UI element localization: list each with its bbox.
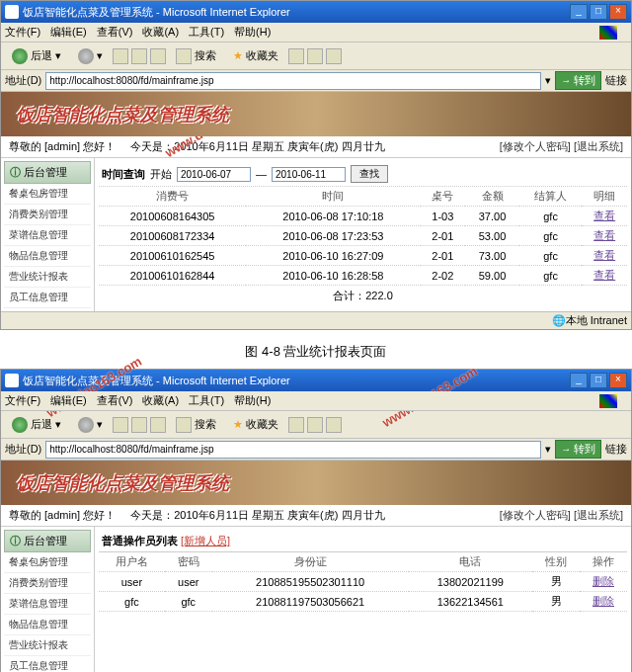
ie-icon <box>5 374 19 387</box>
table-row: 201006101628442010-06-10 16:28:582-0259.… <box>99 266 627 286</box>
sidebar-item-staff[interactable]: 员工信息管理 <box>4 656 91 672</box>
zone-icon: 🌐 <box>552 314 566 327</box>
logout-link[interactable]: [退出系统] <box>574 140 623 152</box>
sidebar-item-tables[interactable]: 餐桌包房管理 <box>4 184 91 205</box>
screenshot-2: www.doc163.com www.doc163.com 饭店智能化点菜及管理… <box>0 369 632 672</box>
print-icon[interactable] <box>326 48 342 64</box>
sidebar-item-tables[interactable]: 餐桌包房管理 <box>4 552 91 573</box>
links-label[interactable]: 链接 <box>605 73 627 88</box>
sidebar-item-menu[interactable]: 菜谱信息管理 <box>4 594 91 615</box>
date-info: 今天是：2010年6月11日 星期五 庚寅年(虎) 四月廿九 <box>116 139 500 154</box>
forward-button[interactable]: ▾ <box>71 45 110 67</box>
address-input[interactable] <box>45 441 541 459</box>
sidebar-item-staff[interactable]: 员工信息管理 <box>4 288 91 308</box>
mail-icon[interactable] <box>307 417 323 433</box>
date-from-input[interactable] <box>177 167 251 182</box>
col-amount: 金额 <box>465 187 519 207</box>
menu-view[interactable]: 查看(V) <box>97 25 133 40</box>
refresh-icon[interactable] <box>131 48 147 64</box>
favorites-button[interactable]: ★收藏夹 <box>226 45 285 66</box>
menu-view[interactable]: 查看(V) <box>97 393 133 408</box>
address-label: 地址(D) <box>5 442 41 457</box>
maximize-button[interactable]: □ <box>590 373 607 388</box>
home-icon[interactable] <box>150 48 166 64</box>
maximize-button[interactable]: □ <box>590 4 607 20</box>
search-icon <box>176 48 192 64</box>
query-label: 时间查询 <box>102 167 145 182</box>
stop-icon[interactable] <box>113 417 128 433</box>
menu-favorites[interactable]: 收藏(A) <box>142 25 179 40</box>
banner: 饭店智能化点菜及管理系统 <box>1 92 631 136</box>
dropdown-icon[interactable]: ▾ <box>545 74 551 87</box>
print-icon[interactable] <box>326 417 342 433</box>
screenshot-1: www.doc163.com 饭店智能化点菜及管理系统 - Microsoft … <box>0 0 632 330</box>
menu-file[interactable]: 文件(F) <box>5 25 40 40</box>
close-button[interactable]: × <box>609 373 627 388</box>
search-button[interactable]: 搜索 <box>169 45 223 67</box>
sidebar-item-report[interactable]: 营业统计报表 <box>4 267 91 288</box>
detail-link[interactable]: 查看 <box>593 210 615 221</box>
sidebar-item-report[interactable]: 营业统计报表 <box>4 635 91 656</box>
back-icon <box>12 417 28 433</box>
col-sex: 性别 <box>532 552 580 572</box>
stop-icon[interactable] <box>113 48 128 64</box>
titlebar: 饭店智能化点菜及管理系统 - Microsoft Internet Explor… <box>1 370 631 391</box>
forward-button[interactable]: ▾ <box>71 414 110 436</box>
menu-edit[interactable]: 编辑(E) <box>50 393 87 408</box>
detail-link[interactable]: 查看 <box>593 249 615 261</box>
back-button[interactable]: 后退 ▾ <box>5 45 68 67</box>
minimize-button[interactable]: _ <box>570 373 588 388</box>
sidebar: 后台管理 餐桌包房管理 消费类别管理 菜谱信息管理 物品信息管理 营业统计报表 … <box>1 527 95 672</box>
sidebar-item-goods[interactable]: 物品信息管理 <box>4 615 91 635</box>
status-bar: 🌐 本地 Intranet <box>1 311 631 329</box>
menu-edit[interactable]: 编辑(E) <box>50 25 87 40</box>
start-label: 开始 <box>150 167 172 182</box>
menu-file[interactable]: 文件(F) <box>5 393 40 408</box>
search-button[interactable]: 查找 <box>351 165 388 183</box>
mail-icon[interactable] <box>307 48 323 64</box>
table-row: useruser21088519550230111013802021199男删除 <box>99 572 627 592</box>
section-title: 普通操作员列表 [新增人员] <box>99 531 627 552</box>
detail-link[interactable]: 查看 <box>593 269 615 281</box>
greeting: 尊敬的 [admin] 您好！ <box>9 508 116 523</box>
menu-favorites[interactable]: 收藏(A) <box>142 393 179 408</box>
go-button[interactable]: → 转到 <box>555 440 601 459</box>
logout-link[interactable]: [退出系统] <box>574 509 623 521</box>
refresh-icon[interactable] <box>131 417 147 433</box>
add-staff-link[interactable]: [新增人员] <box>181 535 230 546</box>
minimize-button[interactable]: _ <box>570 4 588 20</box>
history-icon[interactable] <box>288 417 304 433</box>
menu-tools[interactable]: 工具(T) <box>189 25 224 40</box>
menu-tools[interactable]: 工具(T) <box>189 393 224 408</box>
titlebar: 饭店智能化点菜及管理系统 - Microsoft Internet Explor… <box>1 1 631 23</box>
menu-help[interactable]: 帮助(H) <box>234 393 271 408</box>
sidebar-item-goods[interactable]: 物品信息管理 <box>4 246 91 267</box>
change-pwd-link[interactable]: [修改个人密码] <box>500 140 571 152</box>
dropdown-icon[interactable]: ▾ <box>545 443 551 456</box>
sidebar-item-category[interactable]: 消费类别管理 <box>4 573 91 594</box>
go-button[interactable]: → 转到 <box>555 71 601 90</box>
toolbar: 后退 ▾ ▾ 搜索 ★收藏夹 <box>1 42 631 70</box>
content-area: 后台管理 餐桌包房管理 消费类别管理 菜谱信息管理 物品信息管理 营业统计报表 … <box>1 527 631 672</box>
search-button[interactable]: 搜索 <box>169 414 223 436</box>
change-pwd-link[interactable]: [修改个人密码] <box>500 509 571 521</box>
back-button[interactable]: 后退 ▾ <box>5 414 68 436</box>
content-area: 后台管理 餐桌包房管理 消费类别管理 菜谱信息管理 物品信息管理 营业统计报表 … <box>1 158 631 311</box>
links-label[interactable]: 链接 <box>605 442 627 457</box>
favorites-button[interactable]: ★收藏夹 <box>226 414 285 435</box>
delete-link[interactable]: 删除 <box>592 575 614 587</box>
col-detail: 明细 <box>582 187 627 207</box>
sidebar-item-menu[interactable]: 菜谱信息管理 <box>4 225 91 246</box>
history-icon[interactable] <box>288 48 304 64</box>
address-input[interactable] <box>45 72 541 90</box>
close-button[interactable]: × <box>609 4 627 20</box>
detail-link[interactable]: 查看 <box>593 229 615 241</box>
zone-label: 本地 Intranet <box>566 313 627 328</box>
menu-help[interactable]: 帮助(H) <box>234 25 271 40</box>
date-to-input[interactable] <box>272 167 346 182</box>
table-row: 201006081723342010-06-08 17:23:532-0153.… <box>99 226 627 246</box>
address-bar: 地址(D) ▾ → 转到 链接 <box>1 439 631 461</box>
sidebar-item-category[interactable]: 消费类别管理 <box>4 205 91 225</box>
delete-link[interactable]: 删除 <box>592 595 614 607</box>
home-icon[interactable] <box>150 417 166 433</box>
